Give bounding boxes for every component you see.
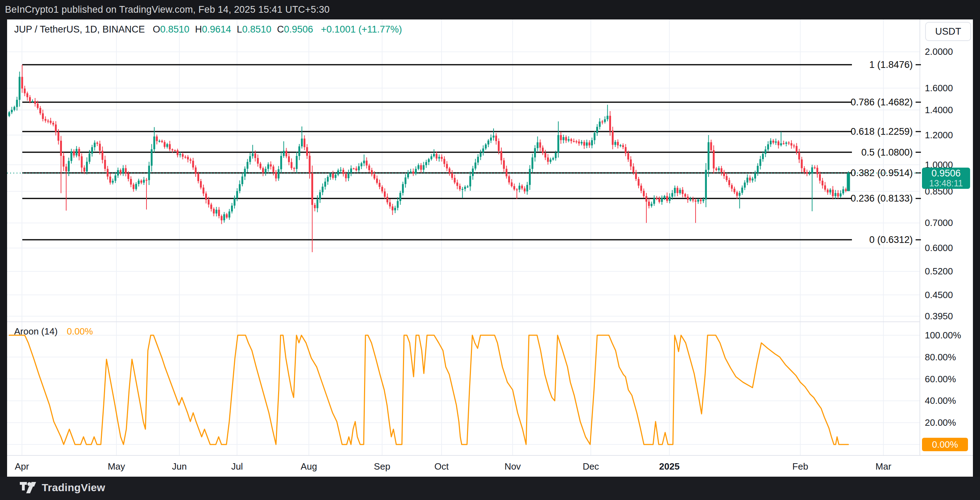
ohlc-item: C0.9506 [277,24,313,35]
candle [581,142,582,143]
candle [337,170,339,175]
aroon-current-value: 0.00% [67,326,93,337]
candle [241,176,243,184]
candle [402,184,404,193]
candle [725,176,727,180]
candle [749,178,751,180]
indicator-axis-label: 40.00% [925,395,956,406]
candle [537,143,538,148]
candle [123,168,124,173]
candle [45,119,46,121]
fib-level-label: 0 (0.6312) [869,235,913,245]
candle [765,149,766,154]
candle [208,200,210,205]
candle [702,200,704,201]
candle [656,198,658,199]
candle [648,202,650,206]
candle [68,161,70,171]
candle [482,149,484,153]
candle [767,144,769,149]
candle [231,205,233,211]
candle [531,157,533,169]
aroon-value-badge: 0.00% [922,438,968,451]
candle [311,173,313,205]
candle [76,149,78,156]
candle [821,181,823,185]
candle [713,150,715,169]
candle [474,163,476,169]
candle [200,181,202,187]
indicator-axis-label: 100.00% [925,330,961,341]
candle [612,130,614,144]
candle [793,145,795,146]
candle [221,216,223,220]
candle [151,149,153,165]
candle [697,200,699,202]
candle [739,193,740,195]
chart-canvas[interactable] [0,0,980,500]
candle [775,141,776,143]
candle [148,166,150,180]
candle [159,141,160,142]
candle [236,191,238,198]
candle [265,169,266,173]
candle [485,144,487,149]
candle [317,200,318,208]
candle [791,143,792,146]
candle [205,194,207,200]
candle [182,154,184,157]
fib-level-label: 0.786 (1.4682) [851,97,913,108]
candle [671,193,673,197]
currency-toggle-button[interactable]: USDT [925,22,971,41]
candle [710,142,712,150]
candle [798,152,800,159]
candle [185,157,186,158]
candle [601,122,603,123]
candle [584,142,585,145]
candle [249,156,251,162]
price-axis-label: 1.6000 [925,83,953,94]
candle [511,183,513,186]
candle [288,156,290,162]
candle [309,156,311,173]
candle [523,189,525,191]
price-axis-label: 2.0000 [925,46,953,57]
time-axis-label: May [108,461,125,472]
candle [759,159,761,166]
candle [487,141,489,144]
candle [508,176,510,183]
fib-level-label: 0.382 (0.9514) [851,167,913,178]
tradingview-logo-link[interactable]: TradingView [20,482,105,494]
candle [213,209,215,214]
candle [425,162,427,165]
candle [669,197,670,201]
candle [459,186,461,189]
candle [469,176,471,186]
candle [382,187,383,191]
candle [568,139,570,141]
candle [272,167,274,172]
candle [676,188,678,193]
candle [166,144,168,147]
candle [604,119,606,122]
candle [493,136,494,138]
price-axis-label: 1.4000 [925,104,953,115]
time-axis-label: Feb [792,461,808,472]
candle [715,168,717,170]
candle [280,156,282,169]
change-value: +0.1001 (+11.77%) [321,24,402,35]
candle [490,138,492,140]
candle [138,181,139,184]
candle [544,153,546,157]
candle [806,172,808,174]
candle [21,77,23,88]
footer-bar [0,477,980,500]
candle [394,208,396,210]
candle [651,204,652,206]
candle [218,210,220,216]
candle [153,137,155,149]
time-axis-label: Sep [374,461,390,472]
candle [350,168,352,173]
candle [803,168,805,172]
bar-countdown: 13:48:11 [929,179,963,189]
